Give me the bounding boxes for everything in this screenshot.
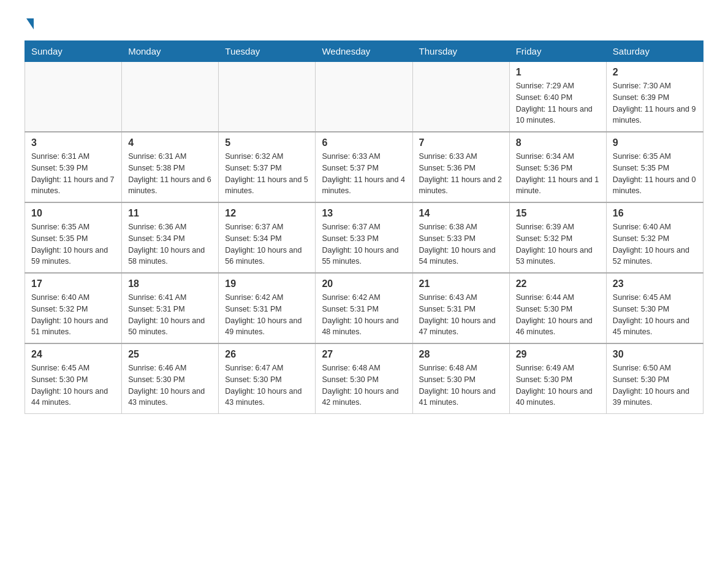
day-number: 14: [419, 208, 503, 219]
calendar-day-cell: [316, 62, 412, 132]
calendar-day-cell: 26Sunrise: 6:47 AMSunset: 5:30 PMDayligh…: [219, 343, 316, 414]
calendar-day-cell: 20Sunrise: 6:42 AMSunset: 5:31 PMDayligh…: [316, 273, 412, 343]
calendar-day-cell: 11Sunrise: 6:36 AMSunset: 5:34 PMDayligh…: [122, 202, 219, 273]
day-number: 13: [322, 208, 406, 219]
day-info: Sunrise: 6:46 AMSunset: 5:30 PMDaylight:…: [128, 362, 212, 408]
day-info: Sunrise: 6:50 AMSunset: 5:30 PMDaylight:…: [613, 362, 697, 408]
calendar-day-cell: 7Sunrise: 6:33 AMSunset: 5:36 PMDaylight…: [412, 132, 509, 202]
day-info: Sunrise: 6:34 AMSunset: 5:36 PMDaylight:…: [516, 151, 600, 197]
day-number: 9: [613, 137, 697, 148]
day-number: 21: [419, 278, 503, 289]
day-of-week-header: Thursday: [412, 41, 509, 62]
calendar-day-cell: 3Sunrise: 6:31 AMSunset: 5:39 PMDaylight…: [25, 132, 122, 202]
calendar-day-cell: [412, 62, 509, 132]
calendar-week-row: 10Sunrise: 6:35 AMSunset: 5:35 PMDayligh…: [25, 202, 703, 273]
logo-arrow-icon: [26, 18, 34, 29]
day-info: Sunrise: 6:49 AMSunset: 5:30 PMDaylight:…: [516, 362, 600, 408]
day-info: Sunrise: 6:31 AMSunset: 5:38 PMDaylight:…: [128, 151, 212, 197]
day-number: 20: [322, 278, 406, 289]
calendar-day-cell: 21Sunrise: 6:43 AMSunset: 5:31 PMDayligh…: [412, 273, 509, 343]
day-of-week-header: Tuesday: [219, 41, 316, 62]
day-info: Sunrise: 6:37 AMSunset: 5:34 PMDaylight:…: [225, 221, 309, 267]
calendar-day-cell: 14Sunrise: 6:38 AMSunset: 5:33 PMDayligh…: [412, 202, 509, 273]
day-of-week-header: Sunday: [25, 41, 122, 62]
calendar-day-cell: 4Sunrise: 6:31 AMSunset: 5:38 PMDaylight…: [122, 132, 219, 202]
day-info: Sunrise: 6:35 AMSunset: 5:35 PMDaylight:…: [613, 151, 697, 197]
day-info: Sunrise: 6:48 AMSunset: 5:30 PMDaylight:…: [322, 362, 406, 408]
calendar-week-row: 3Sunrise: 6:31 AMSunset: 5:39 PMDaylight…: [25, 132, 703, 202]
day-number: 6: [322, 137, 406, 148]
day-of-week-header: Monday: [122, 41, 219, 62]
day-number: 27: [322, 349, 406, 360]
calendar-table: SundayMondayTuesdayWednesdayThursdayFrid…: [25, 40, 703, 414]
day-info: Sunrise: 6:48 AMSunset: 5:30 PMDaylight:…: [419, 362, 503, 408]
calendar-week-row: 1Sunrise: 7:29 AMSunset: 6:40 PMDaylight…: [25, 62, 703, 132]
calendar-day-cell: 17Sunrise: 6:40 AMSunset: 5:32 PMDayligh…: [25, 273, 122, 343]
day-info: Sunrise: 6:35 AMSunset: 5:35 PMDaylight:…: [31, 221, 115, 267]
calendar-day-cell: [25, 62, 122, 132]
day-info: Sunrise: 7:29 AMSunset: 6:40 PMDaylight:…: [516, 80, 600, 126]
day-number: 7: [419, 137, 503, 148]
calendar-day-cell: 13Sunrise: 6:37 AMSunset: 5:33 PMDayligh…: [316, 202, 412, 273]
day-number: 3: [31, 137, 115, 148]
calendar-day-cell: 30Sunrise: 6:50 AMSunset: 5:30 PMDayligh…: [606, 343, 703, 414]
day-info: Sunrise: 6:47 AMSunset: 5:30 PMDaylight:…: [225, 362, 309, 408]
day-number: 22: [516, 278, 600, 289]
calendar-day-cell: 15Sunrise: 6:39 AMSunset: 5:32 PMDayligh…: [509, 202, 606, 273]
day-number: 16: [613, 208, 697, 219]
calendar-day-cell: 9Sunrise: 6:35 AMSunset: 5:35 PMDaylight…: [606, 132, 703, 202]
day-number: 10: [31, 208, 115, 219]
calendar-header-row: SundayMondayTuesdayWednesdayThursdayFrid…: [25, 41, 703, 62]
day-number: 4: [128, 137, 212, 148]
day-of-week-header: Saturday: [606, 41, 703, 62]
day-number: 24: [31, 349, 115, 360]
calendar-day-cell: 10Sunrise: 6:35 AMSunset: 5:35 PMDayligh…: [25, 202, 122, 273]
calendar-day-cell: 16Sunrise: 6:40 AMSunset: 5:32 PMDayligh…: [606, 202, 703, 273]
day-number: 17: [31, 278, 115, 289]
day-number: 12: [225, 208, 309, 219]
day-number: 15: [516, 208, 600, 219]
day-number: 29: [516, 349, 600, 360]
day-info: Sunrise: 6:33 AMSunset: 5:36 PMDaylight:…: [419, 151, 503, 197]
day-number: 30: [613, 349, 697, 360]
calendar-day-cell: 12Sunrise: 6:37 AMSunset: 5:34 PMDayligh…: [219, 202, 316, 273]
calendar-day-cell: 23Sunrise: 6:45 AMSunset: 5:30 PMDayligh…: [606, 273, 703, 343]
page-header: [25, 18, 703, 28]
day-info: Sunrise: 6:42 AMSunset: 5:31 PMDaylight:…: [225, 292, 309, 338]
day-number: 11: [128, 208, 212, 219]
calendar-day-cell: 24Sunrise: 6:45 AMSunset: 5:30 PMDayligh…: [25, 343, 122, 414]
day-of-week-header: Friday: [509, 41, 606, 62]
calendar-day-cell: 29Sunrise: 6:49 AMSunset: 5:30 PMDayligh…: [509, 343, 606, 414]
calendar-week-row: 24Sunrise: 6:45 AMSunset: 5:30 PMDayligh…: [25, 343, 703, 414]
day-info: Sunrise: 6:32 AMSunset: 5:37 PMDaylight:…: [225, 151, 309, 197]
day-number: 26: [225, 349, 309, 360]
day-info: Sunrise: 6:44 AMSunset: 5:30 PMDaylight:…: [516, 292, 600, 338]
day-number: 8: [516, 137, 600, 148]
day-number: 25: [128, 349, 212, 360]
calendar-day-cell: 6Sunrise: 6:33 AMSunset: 5:37 PMDaylight…: [316, 132, 412, 202]
calendar-day-cell: 2Sunrise: 7:30 AMSunset: 6:39 PMDaylight…: [606, 62, 703, 132]
day-info: Sunrise: 6:37 AMSunset: 5:33 PMDaylight:…: [322, 221, 406, 267]
calendar-day-cell: 28Sunrise: 6:48 AMSunset: 5:30 PMDayligh…: [412, 343, 509, 414]
calendar-day-cell: 27Sunrise: 6:48 AMSunset: 5:30 PMDayligh…: [316, 343, 412, 414]
day-info: Sunrise: 7:30 AMSunset: 6:39 PMDaylight:…: [613, 80, 697, 126]
day-number: 28: [419, 349, 503, 360]
day-info: Sunrise: 6:31 AMSunset: 5:39 PMDaylight:…: [31, 151, 115, 197]
day-number: 5: [225, 137, 309, 148]
day-number: 23: [613, 278, 697, 289]
calendar-week-row: 17Sunrise: 6:40 AMSunset: 5:32 PMDayligh…: [25, 273, 703, 343]
calendar-day-cell: [219, 62, 316, 132]
day-number: 19: [225, 278, 309, 289]
day-number: 18: [128, 278, 212, 289]
day-of-week-header: Wednesday: [316, 41, 412, 62]
day-info: Sunrise: 6:43 AMSunset: 5:31 PMDaylight:…: [419, 292, 503, 338]
day-info: Sunrise: 6:33 AMSunset: 5:37 PMDaylight:…: [322, 151, 406, 197]
calendar-day-cell: 5Sunrise: 6:32 AMSunset: 5:37 PMDaylight…: [219, 132, 316, 202]
day-info: Sunrise: 6:42 AMSunset: 5:31 PMDaylight:…: [322, 292, 406, 338]
calendar-day-cell: [122, 62, 219, 132]
calendar-day-cell: 25Sunrise: 6:46 AMSunset: 5:30 PMDayligh…: [122, 343, 219, 414]
calendar-day-cell: 22Sunrise: 6:44 AMSunset: 5:30 PMDayligh…: [509, 273, 606, 343]
day-info: Sunrise: 6:45 AMSunset: 5:30 PMDaylight:…: [613, 292, 697, 338]
calendar-day-cell: 8Sunrise: 6:34 AMSunset: 5:36 PMDaylight…: [509, 132, 606, 202]
day-info: Sunrise: 6:45 AMSunset: 5:30 PMDaylight:…: [31, 362, 115, 408]
